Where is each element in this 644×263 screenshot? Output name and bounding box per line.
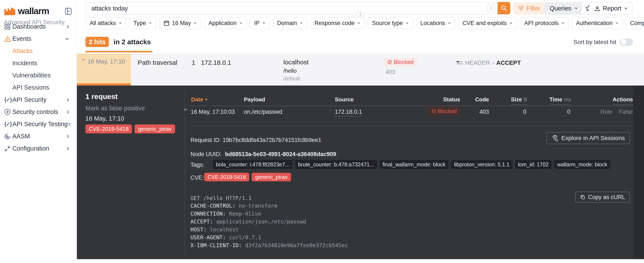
http-header-line: X-IBM-CLIENT-ID: d3f2a7b34810e96a7fee0e3… bbox=[190, 242, 348, 249]
request-count-title: 1 request bbox=[86, 92, 118, 101]
request-id-value: 19b7bc8ddfa43a72b7b74151fc8b9ee1 bbox=[223, 137, 321, 143]
column-header-actions: Actions bbox=[612, 96, 633, 105]
chevron-right-icon bbox=[66, 109, 70, 115]
mark-false-positive-link[interactable]: Mark as false positive bbox=[86, 105, 145, 112]
attack-source-ip: 172.18.0.1 bbox=[201, 59, 231, 66]
search-resize-handle[interactable] bbox=[356, 12, 364, 17]
filter-chip-all-attacks[interactable]: All attacks bbox=[86, 17, 126, 29]
column-header-source: Source bbox=[335, 96, 354, 103]
events-warning-icon bbox=[4, 36, 12, 42]
hits-count-badge: 2 hits bbox=[86, 37, 109, 47]
tags-label: Tags: bbox=[190, 162, 204, 168]
sidebar-item-api-security[interactable]: {✓} API Security bbox=[0, 94, 76, 106]
request-size: 0 bbox=[523, 109, 526, 115]
table-row-divider bbox=[190, 126, 633, 126]
node-tag[interactable]: lom_id: 1702 bbox=[515, 160, 552, 169]
sidebar-item-security-controls[interactable]: Security controls bbox=[0, 106, 76, 118]
chevron-down-icon bbox=[448, 22, 451, 24]
filter-chip-application[interactable]: Application bbox=[204, 17, 247, 29]
sidebar-collapse-icon[interactable] bbox=[65, 8, 72, 15]
request-row-expand-icon[interactable] bbox=[183, 108, 188, 111]
chevron-down-icon bbox=[239, 22, 242, 24]
search-query-text: attacks today bbox=[92, 5, 487, 12]
attack-detail-time: 16 May, 17:10 bbox=[86, 115, 124, 122]
attack-tag[interactable]: CVE-2019-5418 bbox=[86, 124, 132, 133]
sort-by-latest-hit-toggle[interactable] bbox=[620, 39, 633, 46]
filter-chip-type[interactable]: Type bbox=[129, 17, 156, 29]
column-header-time: Time ms bbox=[550, 96, 571, 105]
node-tag[interactable]: wallarm_mode: block bbox=[554, 160, 610, 169]
copy-icon bbox=[580, 194, 586, 200]
sidebar-nav: Dashboards Events Attacks Incidents Vuln… bbox=[0, 21, 76, 155]
filter-button[interactable]: Filter bbox=[513, 2, 545, 15]
sidebar-item-api-sessions[interactable]: API Sessions bbox=[0, 82, 76, 94]
sidebar-item-incidents[interactable]: Incidents bbox=[0, 57, 76, 69]
detail-right-gutter bbox=[633, 86, 644, 259]
http-request-line: GET /hello HTTP/1.1 bbox=[190, 195, 348, 201]
copy-as-curl-button[interactable]: Copy as cURL bbox=[575, 192, 630, 203]
filter-chip-api-protocols[interactable]: API protocols bbox=[520, 17, 569, 29]
sidebar-item-vulnerabilities[interactable]: Vulnerabilities bbox=[0, 69, 76, 82]
attack-tag[interactable]: generic_ptrav bbox=[134, 124, 175, 133]
column-header-date[interactable]: Date bbox=[191, 96, 208, 103]
filter-chip-compare-to[interactable]: Compare to... bbox=[626, 17, 644, 29]
attack-row-date-cell[interactable]: 16 May, 17:10 bbox=[77, 54, 131, 86]
attack-detail-panel: 1 request Mark as false positive 16 May,… bbox=[77, 86, 644, 259]
node-tag[interactable]: final_wallarm_mode: block bbox=[380, 160, 448, 169]
request-status-badge: Blocked bbox=[428, 107, 460, 116]
sidebar-item-api-security-testing[interactable]: {✓} API Security Testing bbox=[0, 118, 76, 130]
attack-response-code: 403 bbox=[386, 69, 395, 76]
sidebar-item-configuration[interactable]: Configuration bbox=[0, 142, 76, 155]
attack-tag-list: CVE-2019-5418 generic_ptrav bbox=[86, 124, 175, 133]
table-header-divider bbox=[190, 106, 633, 106]
node-tag[interactable]: libproton_version: 5.1.1 bbox=[451, 160, 512, 169]
explore-in-api-sessions-button[interactable]: Explore in API Sessions bbox=[546, 132, 630, 144]
http-header-line: HOST: localhost bbox=[190, 226, 348, 233]
filter-chip-date[interactable]: 16 May bbox=[159, 17, 201, 29]
sidebar-item-events[interactable]: Events bbox=[0, 33, 76, 45]
node-tag[interactable]: bola_counter: i:478:f82823e7... bbox=[213, 160, 292, 169]
blocked-icon bbox=[432, 109, 436, 113]
request-actions: Rule False bbox=[600, 109, 633, 115]
column-header-payload: Payload bbox=[244, 96, 265, 103]
search-input[interactable]: attacks today / bbox=[86, 2, 510, 15]
node-tag[interactable]: brute_counter: b:478:a732471... bbox=[295, 160, 377, 169]
chevron-down-icon bbox=[509, 22, 513, 24]
request-code: 403 bbox=[479, 109, 489, 115]
cve-tag[interactable]: CVE-2019-5418 bbox=[204, 173, 249, 181]
queries-button[interactable]: Queries bbox=[544, 2, 582, 15]
attack-path: /hello bbox=[283, 68, 296, 74]
filter-chip-source-type[interactable]: Source type bbox=[368, 17, 413, 29]
filter-chip-response-code[interactable]: Response code bbox=[310, 17, 365, 29]
status-badge: Blocked bbox=[384, 58, 417, 66]
search-button[interactable] bbox=[498, 2, 510, 14]
http-header-line: CONNECTION: Keep-Alive bbox=[190, 210, 348, 217]
attack-row[interactable]: 16 May, 17:10 Path traversal 1 172.18.0.… bbox=[77, 54, 644, 86]
filter-chip-authentication[interactable]: Authentication bbox=[572, 17, 623, 29]
filter-chip-domain[interactable]: Domain bbox=[273, 17, 307, 29]
request-id-row: Request ID:19b7bc8ddfa43a72b7b74151fc8b9… bbox=[190, 137, 321, 143]
filter-chip-cve-and-exploits[interactable]: CVE and exploits bbox=[458, 17, 517, 29]
report-button[interactable]: Report bbox=[589, 2, 633, 15]
false-action-link[interactable]: False bbox=[619, 109, 633, 115]
sidebar-item-aasm[interactable]: AASM bbox=[0, 130, 76, 142]
filter-chip-locations[interactable]: Locations bbox=[416, 17, 456, 29]
http-header-line: CACHE-CONTROL: no-transform bbox=[190, 202, 348, 209]
chevron-right-icon bbox=[66, 97, 70, 102]
http-request-block: GET /hello HTTP/1.1 CACHE-CONTROL: no-tr… bbox=[190, 195, 348, 249]
column-header-size: Size B bbox=[511, 96, 527, 105]
node-uuid-row: Node UUID:bd68513a-5e03-4991-8024-a36408… bbox=[190, 151, 336, 158]
chevron-right-icon bbox=[66, 24, 70, 29]
request-source-ip[interactable]: 172.18.0.1 bbox=[335, 109, 362, 117]
node-tag-list: bola_counter: i:478:f82823e7... brute_co… bbox=[213, 160, 610, 169]
search-icon bbox=[501, 5, 507, 11]
cve-tag[interactable]: generic_ptrav bbox=[252, 173, 291, 181]
filter-chip-ip[interactable]: IP bbox=[250, 17, 270, 29]
sidebar-item-attacks[interactable]: Attacks bbox=[0, 45, 76, 57]
column-header-status: Status bbox=[443, 96, 460, 103]
attack-parameter-point: HEADER › ACCEPT bbox=[456, 60, 521, 66]
rule-action-link[interactable]: Rule bbox=[600, 109, 612, 115]
chevron-down-icon bbox=[615, 22, 618, 24]
sidebar-item-dashboards[interactable]: Dashboards bbox=[0, 21, 76, 33]
chevron-down-icon bbox=[194, 22, 197, 24]
